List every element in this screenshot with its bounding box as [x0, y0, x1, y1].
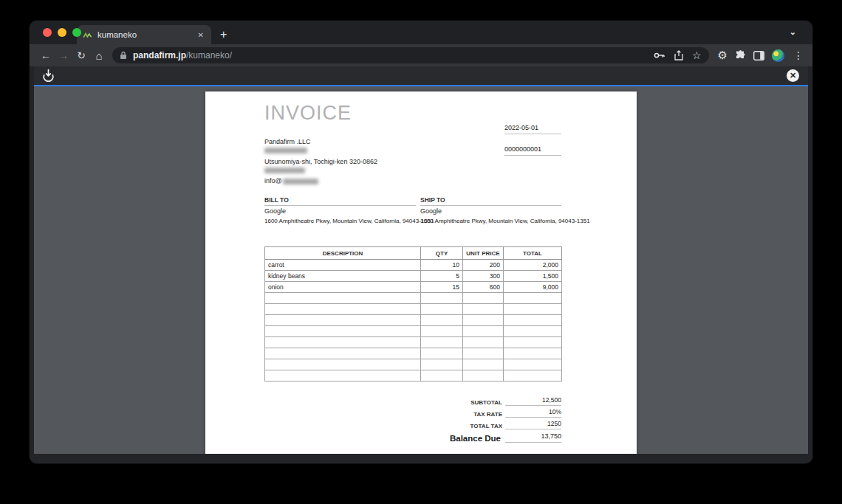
items-table: DESCRIPTION QTY UNIT PRICE TOTAL carrot1… [264, 246, 562, 382]
saved-password-key-icon[interactable] [654, 52, 665, 59]
minimize-window-button[interactable] [58, 28, 66, 37]
table-row [265, 348, 562, 359]
company-email: info@ [264, 177, 318, 184]
forward-icon[interactable]: → [55, 49, 72, 61]
ship-to-address: 1600 Amphitheatre Pkwy, Mountain View, C… [420, 218, 590, 224]
table-row: carrot102002,000 [265, 260, 562, 271]
table-row [265, 359, 562, 370]
total-tax-row: TOTAL TAX 1250 [264, 420, 561, 429]
table-row: kidney beans53001,500 [265, 271, 562, 282]
invoice-page: INVOICE 2022-05-01 0000000001 Pandafirm … [205, 92, 637, 454]
table-cell [265, 326, 421, 337]
table-cell [504, 293, 562, 304]
table-cell: kidney beans [265, 271, 421, 282]
reload-icon[interactable]: ↻ [72, 49, 90, 61]
side-panel-icon[interactable] [753, 51, 764, 61]
table-row [265, 337, 562, 348]
tab-kumaneko[interactable]: kumaneko ✕ [77, 25, 211, 44]
preview-close-icon[interactable]: ✕ [787, 69, 799, 82]
redacted-phone [264, 168, 305, 173]
url-path: /kumaneko/ [186, 50, 232, 61]
tab-close-icon[interactable]: ✕ [196, 31, 205, 39]
subtotal-value: 12,500 [505, 396, 561, 406]
table-cell [421, 359, 463, 370]
table-cell: 1,500 [504, 271, 562, 282]
traffic-lights [43, 28, 81, 37]
back-icon[interactable]: ← [37, 49, 55, 61]
close-window-button[interactable] [43, 28, 52, 37]
invoice-title: INVOICE [264, 102, 352, 125]
table-cell [504, 370, 562, 382]
table-row [265, 315, 562, 326]
redacted-address-line [264, 148, 307, 153]
document-viewport: INVOICE 2022-05-01 0000000001 Pandafirm … [34, 86, 808, 454]
subtotal-row: SUBTOTAL 12,500 [264, 396, 561, 406]
profile-avatar[interactable] [772, 49, 784, 62]
table-cell: 300 [463, 271, 504, 282]
menu-dots-icon[interactable]: ⋮ [792, 49, 805, 61]
download-icon[interactable] [41, 69, 55, 83]
balance-due-label: Balance Due [450, 434, 501, 443]
subtotal-label: SUBTOTAL [470, 399, 502, 406]
table-cell: 10 [421, 260, 463, 271]
company-email-prefix: info@ [264, 177, 282, 184]
table-cell [265, 370, 421, 382]
table-cell [463, 315, 504, 326]
table-cell: onion [265, 282, 421, 293]
tax-rate-value: 10% [505, 408, 561, 418]
table-cell [463, 370, 504, 382]
share-icon[interactable] [674, 50, 683, 61]
table-cell: 200 [463, 260, 504, 271]
table-cell: 600 [463, 282, 504, 293]
tab-favicon-icon [83, 31, 92, 39]
table-cell [463, 359, 504, 370]
invoice-number: 0000000001 [504, 145, 561, 156]
balance-due-value: 13,750 [505, 432, 561, 443]
table-cell [504, 337, 562, 348]
total-tax-label: TOTAL TAX [470, 423, 502, 429]
header-description: DESCRIPTION [265, 247, 421, 260]
table-cell [421, 370, 463, 382]
tab-title: kumaneko [97, 30, 191, 39]
header-qty: QTY [421, 247, 463, 260]
table-cell [504, 326, 562, 337]
table-cell: 15 [421, 282, 463, 293]
address-bar[interactable]: pandafirm.jp/kumaneko/ ☆ [112, 47, 709, 63]
tab-strip: kumaneko ✕ + ⌄ [30, 21, 812, 44]
table-header-row: DESCRIPTION QTY UNIT PRICE TOTAL [265, 247, 562, 260]
new-tab-button[interactable]: + [220, 29, 227, 41]
table-row [265, 293, 562, 304]
company-name: Pandafirm .LLC [264, 138, 311, 145]
table-cell [421, 293, 463, 304]
header-unit-price: UNIT PRICE [463, 247, 504, 260]
browser-window: kumaneko ✕ + ⌄ ← → ↻ ⌂ pandafirm.jp/kuma… [30, 21, 812, 463]
table-cell [504, 304, 562, 315]
table-cell [504, 315, 562, 326]
zoom-window-button[interactable] [72, 28, 81, 37]
extensions-puzzle-icon[interactable] [735, 50, 746, 61]
table-cell [463, 348, 504, 359]
ship-to-name: Google [420, 207, 442, 215]
table-cell [265, 315, 421, 326]
tax-rate-label: TAX RATE [473, 411, 502, 418]
settings-gear-icon[interactable]: ⚙ [718, 49, 728, 62]
table-cell [504, 359, 562, 370]
home-icon[interactable]: ⌂ [90, 49, 108, 62]
extension-area: ⚙ ⋮ [718, 49, 805, 62]
tax-rate-row: TAX RATE 10% [264, 408, 561, 418]
tab-search-chevron-icon[interactable]: ⌄ [790, 27, 796, 37]
redacted-email-domain [283, 179, 318, 184]
table-cell: 5 [421, 271, 463, 282]
table-row [265, 304, 562, 315]
table-cell: 2,000 [504, 260, 562, 271]
table-cell [421, 337, 463, 348]
bill-to-name: Google [264, 207, 286, 215]
bookmark-star-icon[interactable]: ☆ [692, 49, 702, 61]
table-cell [463, 304, 504, 315]
table-cell [421, 315, 463, 326]
table-cell [463, 326, 504, 337]
bill-to-label: BILL TO [264, 196, 416, 206]
table-cell [463, 337, 504, 348]
url-text: pandafirm.jp/kumaneko/ [133, 50, 648, 61]
invoice-date: 2022-05-01 [504, 124, 561, 134]
